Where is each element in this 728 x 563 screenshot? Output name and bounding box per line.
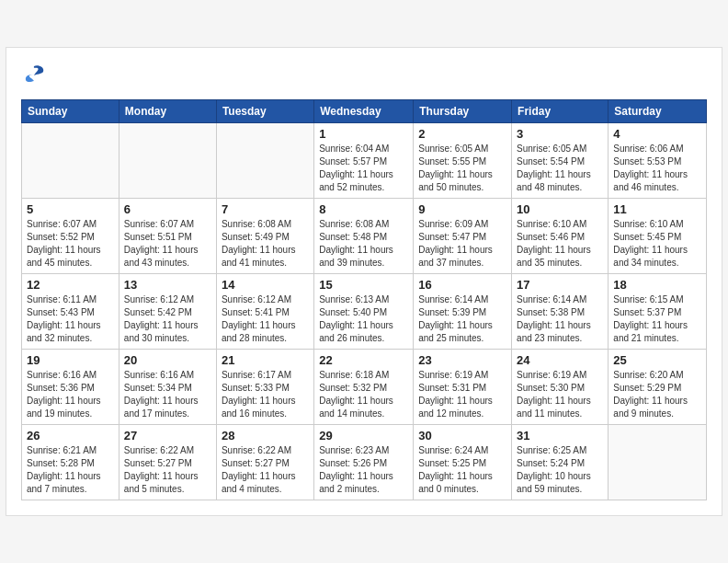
day-number: 23 [418,353,506,367]
weekday-header: Saturday [609,100,707,123]
day-info: Sunrise: 6:12 AMSunset: 5:41 PMDaylight:… [222,293,309,345]
weekday-header: Friday [512,100,609,123]
calendar-cell: 12Sunrise: 6:11 AMSunset: 5:43 PMDayligh… [22,274,119,350]
calendar-cell: 5Sunrise: 6:07 AMSunset: 5:52 PMDaylight… [22,199,119,274]
day-info: Sunrise: 6:23 AMSunset: 5:26 PMDaylight:… [319,444,408,496]
calendar-table: SundayMondayTuesdayWednesdayThursdayFrid… [21,99,707,500]
calendar-week-row: 26Sunrise: 6:21 AMSunset: 5:28 PMDayligh… [22,425,707,500]
day-info: Sunrise: 6:06 AMSunset: 5:53 PMDaylight:… [613,143,701,194]
calendar-cell: 28Sunrise: 6:22 AMSunset: 5:27 PMDayligh… [216,425,313,500]
day-number: 25 [613,353,701,367]
day-number: 20 [124,353,211,367]
day-number: 30 [418,429,506,442]
calendar-week-row: 5Sunrise: 6:07 AMSunset: 5:52 PMDaylight… [22,199,707,274]
day-number: 22 [319,353,408,367]
calendar-cell: 31Sunrise: 6:25 AMSunset: 5:24 PMDayligh… [512,425,609,500]
calendar-cell [22,123,119,199]
calendar-tbody: 1Sunrise: 6:04 AMSunset: 5:57 PMDaylight… [22,123,707,500]
calendar-cell [119,123,216,199]
day-number: 24 [517,353,603,367]
calendar-cell: 14Sunrise: 6:12 AMSunset: 5:41 PMDayligh… [216,274,313,350]
day-info: Sunrise: 6:16 AMSunset: 5:34 PMDaylight:… [124,369,211,420]
day-number: 15 [319,278,408,292]
calendar-cell: 7Sunrise: 6:08 AMSunset: 5:49 PMDaylight… [216,199,313,274]
calendar-cell: 25Sunrise: 6:20 AMSunset: 5:29 PMDayligh… [609,350,707,425]
calendar-cell: 27Sunrise: 6:22 AMSunset: 5:27 PMDayligh… [119,425,216,500]
calendar-cell: 16Sunrise: 6:14 AMSunset: 5:39 PMDayligh… [414,274,512,350]
calendar-cell [216,123,313,199]
day-info: Sunrise: 6:16 AMSunset: 5:36 PMDaylight:… [27,369,114,420]
weekday-header: Wednesday [314,100,414,123]
calendar-cell: 23Sunrise: 6:19 AMSunset: 5:31 PMDayligh… [414,350,512,425]
logo-icon [21,63,47,88]
calendar-cell: 2Sunrise: 6:05 AMSunset: 5:55 PMDaylight… [414,123,512,199]
day-info: Sunrise: 6:09 AMSunset: 5:47 PMDaylight:… [418,218,506,270]
day-info: Sunrise: 6:21 AMSunset: 5:28 PMDaylight:… [27,444,114,496]
calendar-cell: 3Sunrise: 6:05 AMSunset: 5:54 PMDaylight… [512,123,609,199]
calendar-cell: 6Sunrise: 6:07 AMSunset: 5:51 PMDaylight… [119,199,216,274]
day-info: Sunrise: 6:19 AMSunset: 5:30 PMDaylight:… [517,369,603,420]
day-info: Sunrise: 6:11 AMSunset: 5:43 PMDaylight:… [27,293,114,345]
weekday-header: Monday [119,100,216,123]
day-number: 29 [319,429,408,442]
calendar-cell: 26Sunrise: 6:21 AMSunset: 5:28 PMDayligh… [22,425,119,500]
day-info: Sunrise: 6:25 AMSunset: 5:24 PMDaylight:… [517,444,603,496]
day-number: 4 [613,127,701,141]
calendar-cell: 9Sunrise: 6:09 AMSunset: 5:47 PMDaylight… [414,199,512,274]
day-number: 3 [517,127,603,141]
calendar-cell: 15Sunrise: 6:13 AMSunset: 5:40 PMDayligh… [314,274,414,350]
day-info: Sunrise: 6:13 AMSunset: 5:40 PMDaylight:… [319,293,408,345]
day-number: 21 [222,353,309,367]
calendar-cell: 24Sunrise: 6:19 AMSunset: 5:30 PMDayligh… [512,350,609,425]
day-number: 18 [613,278,701,292]
calendar-week-row: 19Sunrise: 6:16 AMSunset: 5:36 PMDayligh… [22,350,707,425]
day-info: Sunrise: 6:07 AMSunset: 5:51 PMDaylight:… [124,218,211,270]
calendar-cell: 10Sunrise: 6:10 AMSunset: 5:46 PMDayligh… [512,199,609,274]
day-number: 26 [27,429,114,442]
day-info: Sunrise: 6:14 AMSunset: 5:38 PMDaylight:… [517,293,603,345]
calendar-cell: 1Sunrise: 6:04 AMSunset: 5:57 PMDaylight… [314,123,414,199]
day-info: Sunrise: 6:18 AMSunset: 5:32 PMDaylight:… [319,369,408,420]
day-number: 12 [27,278,114,292]
calendar-header [21,63,707,88]
calendar-cell: 17Sunrise: 6:14 AMSunset: 5:38 PMDayligh… [512,274,609,350]
day-info: Sunrise: 6:14 AMSunset: 5:39 PMDaylight:… [418,293,506,345]
day-number: 5 [27,202,114,216]
day-number: 14 [222,278,309,292]
weekday-header: Tuesday [216,100,313,123]
day-number: 13 [124,278,211,292]
calendar-cell: 22Sunrise: 6:18 AMSunset: 5:32 PMDayligh… [314,350,414,425]
calendar-cell: 13Sunrise: 6:12 AMSunset: 5:42 PMDayligh… [119,274,216,350]
day-info: Sunrise: 6:10 AMSunset: 5:46 PMDaylight:… [517,218,603,270]
calendar-cell: 20Sunrise: 6:16 AMSunset: 5:34 PMDayligh… [119,350,216,425]
calendar-cell [609,425,707,500]
calendar-cell: 29Sunrise: 6:23 AMSunset: 5:26 PMDayligh… [314,425,414,500]
day-info: Sunrise: 6:22 AMSunset: 5:27 PMDaylight:… [222,444,309,496]
weekday-header-row: SundayMondayTuesdayWednesdayThursdayFrid… [22,100,707,123]
day-number: 17 [517,278,603,292]
day-number: 10 [517,202,603,216]
calendar-cell: 21Sunrise: 6:17 AMSunset: 5:33 PMDayligh… [216,350,313,425]
calendar-cell: 19Sunrise: 6:16 AMSunset: 5:36 PMDayligh… [22,350,119,425]
day-info: Sunrise: 6:24 AMSunset: 5:25 PMDaylight:… [418,444,506,496]
day-info: Sunrise: 6:22 AMSunset: 5:27 PMDaylight:… [124,444,211,496]
day-number: 1 [319,127,408,141]
day-number: 2 [418,127,506,141]
day-info: Sunrise: 6:19 AMSunset: 5:31 PMDaylight:… [418,369,506,420]
calendar-cell: 8Sunrise: 6:08 AMSunset: 5:48 PMDaylight… [314,199,414,274]
day-info: Sunrise: 6:05 AMSunset: 5:54 PMDaylight:… [517,143,603,194]
calendar-cell: 30Sunrise: 6:24 AMSunset: 5:25 PMDayligh… [414,425,512,500]
day-number: 6 [124,202,211,216]
day-info: Sunrise: 6:17 AMSunset: 5:33 PMDaylight:… [222,369,309,420]
day-number: 19 [27,353,114,367]
day-info: Sunrise: 6:12 AMSunset: 5:42 PMDaylight:… [124,293,211,345]
calendar-week-row: 12Sunrise: 6:11 AMSunset: 5:43 PMDayligh… [22,274,707,350]
day-info: Sunrise: 6:05 AMSunset: 5:55 PMDaylight:… [418,143,506,194]
day-number: 11 [613,202,701,216]
logo [21,63,51,88]
calendar-week-row: 1Sunrise: 6:04 AMSunset: 5:57 PMDaylight… [22,123,707,199]
calendar-cell: 4Sunrise: 6:06 AMSunset: 5:53 PMDaylight… [609,123,707,199]
weekday-header: Thursday [414,100,512,123]
day-number: 9 [418,202,506,216]
day-number: 28 [222,429,309,442]
